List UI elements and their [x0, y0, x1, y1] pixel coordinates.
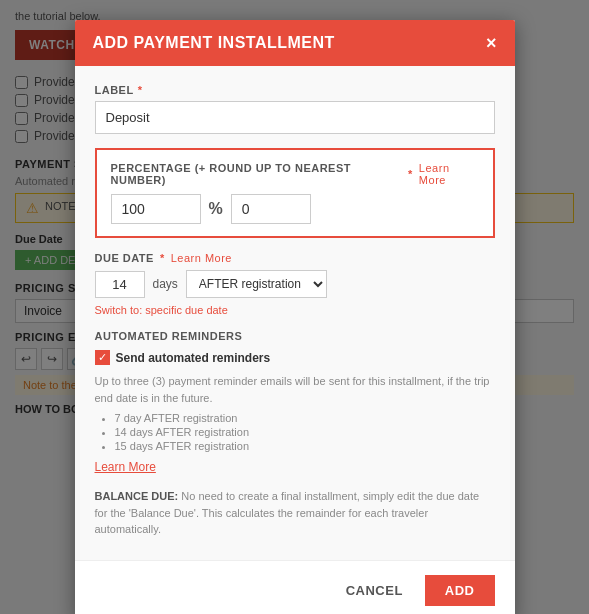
percentage-box: PERCENTAGE (+ ROUND UP TO NEAREST NUMBER…	[95, 148, 495, 238]
reminder-item-3: 15 days AFTER registration	[115, 440, 495, 452]
switch-to-specific-date-link[interactable]: Switch to: specific due date	[95, 304, 495, 316]
balance-due-note: BALANCE DUE: No need to create a final i…	[95, 488, 495, 538]
due-date-learn-more-link[interactable]: Learn More	[171, 252, 232, 264]
percentage-input[interactable]	[111, 194, 201, 224]
modal-header: ADD PAYMENT INSTALLMENT ×	[75, 20, 515, 66]
reminder-item-1: 7 day AFTER registration	[115, 412, 495, 424]
cancel-button[interactable]: CANCEL	[334, 575, 415, 606]
percent-symbol: %	[209, 200, 223, 218]
modal-body: LABEL * PERCENTAGE (+ ROUND UP TO NEARES…	[75, 66, 515, 560]
due-date-number-input[interactable]	[95, 271, 145, 298]
send-reminders-checkbox[interactable]: ✓	[95, 350, 110, 365]
due-date-row: days AFTER registration	[95, 270, 495, 298]
send-reminders-label: Send automated reminders	[116, 351, 271, 365]
reminder-list: 7 day AFTER registration 14 days AFTER r…	[95, 412, 495, 452]
add-button[interactable]: ADD	[425, 575, 495, 606]
percentage-learn-more-link[interactable]: Learn More	[419, 162, 479, 186]
after-registration-select[interactable]: AFTER registration	[186, 270, 327, 298]
modal-footer: CANCEL ADD	[75, 560, 515, 615]
percentage-label: PERCENTAGE (+ ROUND UP TO NEAREST NUMBER…	[111, 162, 479, 186]
reminders-title: AUTOMATED REMINDERS	[95, 330, 495, 342]
close-button[interactable]: ×	[486, 34, 497, 52]
label-field-group: LABEL *	[95, 84, 495, 134]
label-field-label: LABEL *	[95, 84, 495, 96]
reminder-item-2: 14 days AFTER registration	[115, 426, 495, 438]
balance-input[interactable]	[231, 194, 311, 224]
modal-title: ADD PAYMENT INSTALLMENT	[93, 34, 335, 52]
reminders-learn-more-link[interactable]: Learn More	[95, 460, 495, 474]
days-label: days	[153, 277, 178, 291]
add-payment-modal: ADD PAYMENT INSTALLMENT × LABEL * PERCEN…	[75, 20, 515, 614]
percentage-inputs-row: %	[111, 194, 479, 224]
reminder-description: Up to three (3) payment reminder emails …	[95, 373, 495, 406]
due-date-label: DUE DATE * Learn More	[95, 252, 495, 264]
modal-overlay: ADD PAYMENT INSTALLMENT × LABEL * PERCEN…	[0, 0, 589, 614]
reminders-group: AUTOMATED REMINDERS ✓ Send automated rem…	[95, 330, 495, 474]
send-reminders-row: ✓ Send automated reminders	[95, 350, 495, 365]
label-input[interactable]	[95, 101, 495, 134]
due-date-group: DUE DATE * Learn More days AFTER registr…	[95, 252, 495, 316]
